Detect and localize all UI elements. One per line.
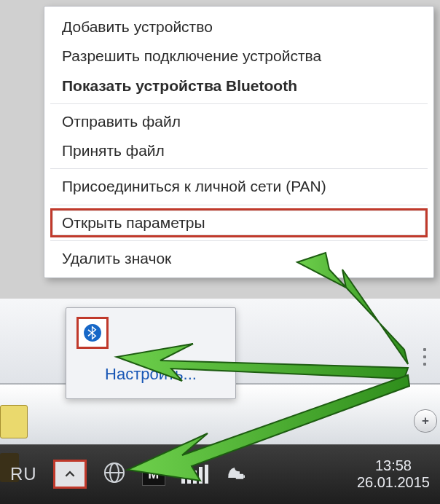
tray-overflow-popup: Настроить... bbox=[66, 307, 236, 399]
svg-rect-4 bbox=[235, 474, 243, 479]
menu-add-device[interactable]: Добавить устройство bbox=[44, 12, 433, 42]
menu-join-pan[interactable]: Присоединиться к личной сети (PAN) bbox=[44, 172, 433, 201]
network-globe-icon[interactable] bbox=[103, 461, 126, 487]
menu-open-settings[interactable]: Открыть параметры bbox=[44, 208, 433, 237]
menu-show-bluetooth-devices[interactable]: Показать устройства Bluetooth bbox=[44, 71, 433, 101]
clock-time: 13:58 bbox=[357, 457, 430, 474]
tray-configure-link[interactable]: Настроить... bbox=[105, 365, 197, 384]
bluetooth-icon[interactable] bbox=[76, 317, 109, 349]
folder-blur-icon bbox=[0, 405, 28, 438]
menu-separator bbox=[50, 168, 428, 169]
taskbar: RU M 13:58 26.01.2015 bbox=[0, 444, 440, 504]
wifi-signal-icon[interactable] bbox=[181, 465, 208, 484]
clock-date: 26.01.2015 bbox=[357, 474, 430, 491]
zoom-plus-button[interactable]: + bbox=[414, 409, 437, 433]
menu-allow-connect[interactable]: Разрешить подключение устройства bbox=[44, 42, 433, 71]
chevron-up-icon bbox=[65, 469, 75, 479]
antivirus-tray-icon[interactable]: M bbox=[142, 462, 165, 486]
screenshot-stage: + Добавить устройство Разрешить подключе… bbox=[0, 0, 440, 504]
menu-separator bbox=[50, 103, 428, 104]
lang-indicator[interactable]: RU bbox=[10, 464, 37, 484]
menu-remove-icon[interactable]: Удалить значок bbox=[44, 244, 433, 273]
power-battery-icon[interactable] bbox=[224, 462, 245, 486]
taskbar-clock[interactable]: 13:58 26.01.2015 bbox=[357, 457, 430, 491]
menu-receive-file[interactable]: Принять файл bbox=[44, 136, 433, 165]
scrollbar-dots bbox=[420, 348, 430, 366]
menu-send-file[interactable]: Отправить файл bbox=[44, 107, 433, 136]
bluetooth-context-menu: Добавить устройство Разрешить подключени… bbox=[44, 6, 434, 278]
menu-separator bbox=[50, 205, 428, 205]
svg-rect-5 bbox=[243, 476, 245, 479]
show-hidden-tray-button[interactable] bbox=[53, 460, 87, 489]
menu-separator bbox=[50, 240, 428, 241]
